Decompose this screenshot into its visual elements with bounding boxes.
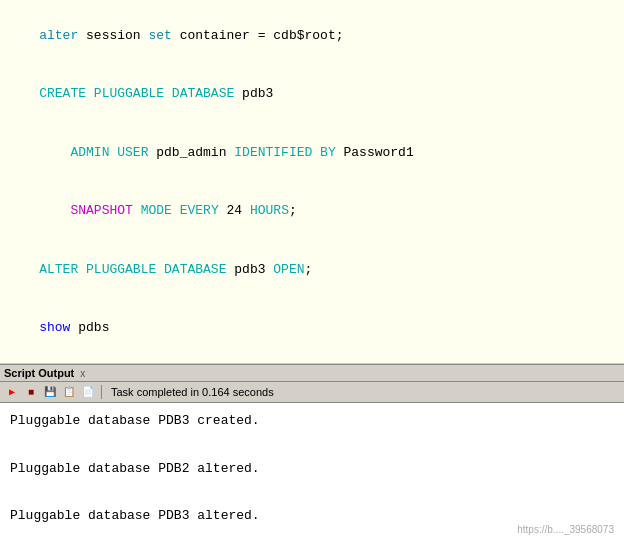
keyword-pluggable-database: PLUGGABLE DATABASE: [94, 86, 234, 101]
output-blank-3: [10, 478, 614, 492]
save-icon[interactable]: 💾: [42, 384, 58, 400]
keyword-mode: MODE: [141, 203, 172, 218]
code-line-1: alter session set container = cdb$root;: [8, 6, 616, 65]
toolbar: ▶ ■ 💾 📋 📄 Task completed in 0.164 second…: [0, 382, 624, 403]
output-line-pdb3-created: Pluggable database PDB3 created.: [10, 411, 614, 431]
keyword-hours: HOURS: [250, 203, 289, 218]
script-output-bar: Script Output x: [0, 364, 624, 382]
output-blank-1: [10, 431, 614, 445]
keyword-open: OPEN: [273, 262, 304, 277]
code-line-4: SNAPSHOT MODE EVERY 24 HOURS;: [8, 182, 616, 241]
code-line-5: ALTER PLUGGABLE DATABASE pdb3 OPEN;: [8, 240, 616, 299]
keyword-identified-by: IDENTIFIED BY: [234, 145, 335, 160]
keyword-create: CREATE: [39, 86, 86, 101]
code-line-2: CREATE PLUGGABLE DATABASE pdb3: [8, 65, 616, 124]
keyword-every: EVERY: [180, 203, 219, 218]
output-line-pdb2-altered: Pluggable database PDB2 altered.: [10, 459, 614, 479]
clear-icon[interactable]: 📄: [80, 384, 96, 400]
output-line-pdb3-altered: Pluggable database PDB3 altered.: [10, 506, 614, 526]
copy-icon[interactable]: 📋: [61, 384, 77, 400]
code-line-6: show pdbs: [8, 299, 616, 358]
watermark: https://b...._39568073: [517, 524, 614, 535]
code-editor-area: alter session set container = cdb$root; …: [0, 0, 624, 364]
code-line-3: ADMIN USER pdb_admin IDENTIFIED BY Passw…: [8, 123, 616, 182]
toolbar-separator: [101, 385, 102, 399]
run-icon[interactable]: ▶: [4, 384, 20, 400]
stop-icon[interactable]: ■: [23, 384, 39, 400]
keyword-alter: ALTER: [39, 262, 78, 277]
keyword-show: show: [39, 320, 70, 335]
close-icon[interactable]: x: [80, 368, 85, 379]
output-blank-4: [10, 492, 614, 506]
task-status-text: Task completed in 0.164 seconds: [111, 386, 274, 398]
output-blank-2: [10, 445, 614, 459]
script-output-label: Script Output: [4, 367, 74, 379]
keyword-admin-user: ADMIN USER: [70, 145, 148, 160]
keyword-pluggable-database-2: PLUGGABLE DATABASE: [86, 262, 226, 277]
keyword-snapshot: SNAPSHOT: [70, 203, 132, 218]
table-section: CON_ID CON_NAME OPEN MODE RESTRICTED ---…: [0, 548, 624, 554]
